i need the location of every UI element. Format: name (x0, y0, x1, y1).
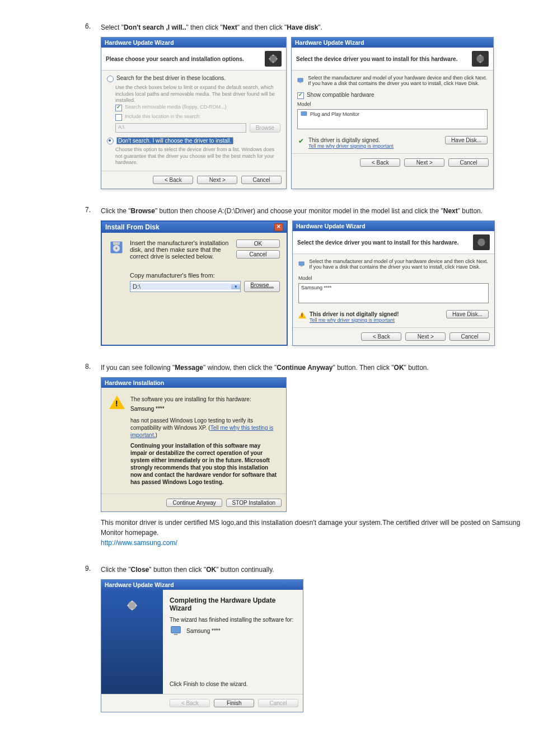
step-text: If you can see following "Message" windo… (101, 363, 523, 373)
monitor-icon (297, 75, 303, 86)
cancel-button: Cancel (258, 699, 298, 707)
path-combo[interactable]: D:\ ▾ (130, 281, 241, 292)
step-number: 7. (85, 206, 91, 214)
next-button[interactable]: Next > (405, 332, 446, 341)
svg-point-12 (128, 602, 137, 610)
back-button: < Back (170, 699, 210, 707)
browse-button: Browse (250, 123, 280, 133)
header-text: Select the device driver you want to ins… (296, 56, 457, 62)
step-text: Click the "Browse" button then choose A:… (101, 206, 523, 216)
signing-link[interactable]: Tell me why driver signing is important (310, 317, 399, 323)
signed-icon: ✔ (297, 137, 305, 145)
back-button[interactable]: < Back (153, 176, 193, 184)
next-button[interactable]: Next > (404, 158, 444, 167)
svg-point-9 (477, 238, 485, 246)
model-list[interactable]: Samsung **** (298, 283, 489, 303)
step-number: 8. (85, 363, 91, 370)
have-disk-button[interactable]: Have Disk... (445, 136, 488, 144)
title-text: Hardware Installation (105, 379, 164, 386)
model-list[interactable]: Plug and Play Monitor (297, 109, 488, 129)
step-8: 8. If you can see following "Message" wi… (101, 363, 523, 548)
cancel-button[interactable]: Cancel (448, 158, 489, 167)
wizard-select-driver-dialog-unsigned: Hardware Update Wizard Select the device… (292, 220, 495, 346)
step-text: Select "Don't search ,I will.." then cli… (101, 22, 523, 32)
hardware-icon (472, 51, 489, 67)
hardware-installation-warning-dialog: Hardware Installation The software you a… (101, 377, 287, 512)
back-button[interactable]: < Back (360, 158, 400, 167)
svg-rect-14 (174, 634, 178, 635)
monitor-icon (298, 259, 305, 270)
back-button[interactable]: < Back (361, 332, 401, 341)
step-number: 9. (85, 565, 91, 572)
step-9: 9. Click the "Close" button then click "… (101, 565, 523, 712)
have-disk-button[interactable]: Have Disk... (446, 310, 489, 318)
monitor-icon (170, 625, 182, 636)
samsung-link[interactable]: http://www.samsung.com/ (101, 539, 177, 547)
step-text: Click the "Close" button then click "OK"… (101, 565, 523, 575)
disk-icon (109, 240, 124, 255)
hardware-icon (265, 51, 282, 67)
wizard-select-driver-dialog: Hardware Update Wizard Select the device… (291, 37, 494, 189)
header-text: Select the device driver you want to ins… (297, 240, 458, 246)
monitor-item-icon (300, 111, 308, 118)
svg-rect-4 (301, 112, 307, 116)
titlebar[interactable]: Hardware Update Wizard (293, 221, 494, 231)
stop-installation-button[interactable]: STOP Installation (226, 499, 282, 507)
hardware-icon (473, 234, 490, 250)
cancel-button[interactable]: Cancel (236, 250, 280, 259)
signing-link[interactable]: Tell me why driver signing is important (308, 143, 394, 149)
svg-rect-3 (299, 82, 302, 83)
svg-point-0 (269, 55, 277, 62)
title-text: Hardware Update Wizard (295, 39, 364, 46)
cancel-button[interactable]: Cancel (241, 176, 282, 184)
continue-anyway-button[interactable]: Continue Anyway (166, 499, 222, 507)
cancel-button[interactable]: Cancel (449, 332, 490, 341)
radio-dont-search[interactable] (107, 138, 114, 144)
checkbox-show-compatible[interactable] (297, 92, 304, 99)
titlebar[interactable]: Hardware Update Wizard (101, 580, 303, 590)
svg-rect-10 (299, 262, 304, 266)
titlebar[interactable]: Hardware Installation (101, 378, 286, 388)
step-6: 6. Select "Don't search ,I will.." then … (101, 22, 523, 189)
warning-icon (109, 396, 125, 409)
install-from-disk-dialog: Install From Disk ✕ Insert the manufactu… (101, 220, 288, 346)
next-button[interactable]: Next > (197, 176, 237, 184)
wizard-complete-dialog: Hardware Update Wizard Completing the Ha… (101, 579, 303, 712)
radio-search-best[interactable] (107, 76, 114, 82)
warning-icon (298, 311, 306, 319)
checkbox-removable (115, 105, 122, 111)
step-7: 7. Click the "Browse" button then choose… (101, 206, 523, 346)
titlebar[interactable]: Hardware Update Wizard (292, 37, 493, 48)
svg-point-1 (476, 55, 484, 62)
header-text: Please choose your search and installati… (106, 56, 244, 62)
title-text: Hardware Update Wizard (296, 223, 366, 229)
title-text: Hardware Update Wizard (105, 39, 174, 46)
titlebar[interactable]: Install From Disk ✕ (102, 222, 287, 233)
browse-button[interactable]: Browse... (244, 281, 280, 292)
checkbox-include-location (115, 114, 122, 121)
svg-rect-13 (171, 627, 181, 633)
svg-point-7 (115, 247, 118, 250)
chevron-down-icon[interactable]: ▾ (231, 284, 240, 289)
svg-rect-8 (113, 242, 120, 245)
step-number: 6. (85, 22, 91, 30)
titlebar[interactable]: Hardware Update Wizard (101, 37, 286, 48)
svg-rect-2 (298, 78, 303, 82)
title-text: Install From Disk (105, 223, 160, 231)
title-text: Hardware Update Wizard (105, 581, 174, 588)
finish-button[interactable]: Finish (214, 699, 254, 707)
step-8-note: This monitor driver is under certified M… (101, 518, 523, 548)
wizard-search-options-dialog: Hardware Update Wizard Please choose you… (101, 37, 287, 189)
close-icon[interactable]: ✕ (274, 223, 283, 231)
path-input: A:\ (115, 123, 246, 133)
wizard-banner (101, 590, 163, 694)
svg-rect-11 (301, 266, 303, 266)
ok-button[interactable]: OK (236, 240, 280, 248)
complete-heading: Completing the Hardware Update Wizard (170, 597, 296, 612)
